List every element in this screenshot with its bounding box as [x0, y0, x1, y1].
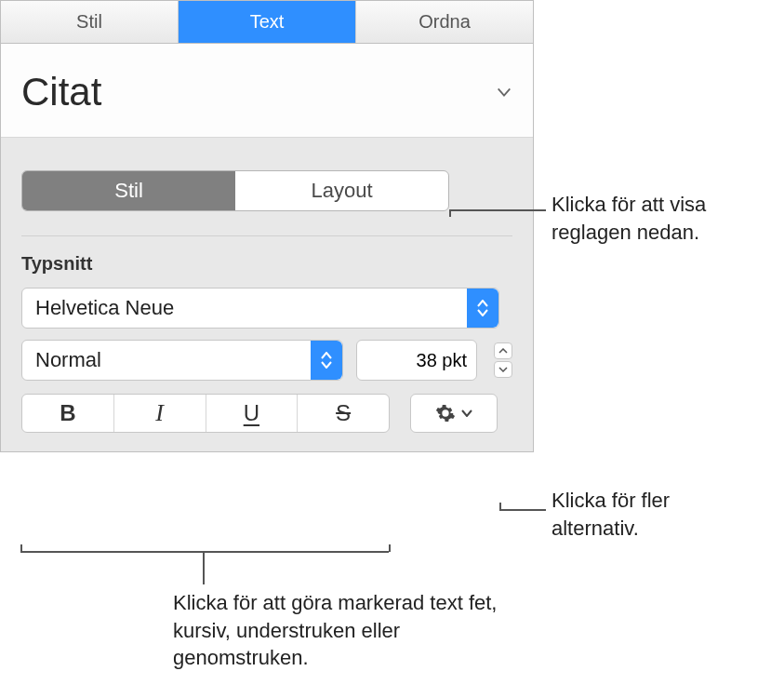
tab-ordna[interactable]: Ordna — [356, 1, 533, 43]
callout-bracket-right — [389, 544, 391, 552]
bold-button[interactable]: B — [22, 395, 114, 432]
callout-gear: Klicka för fler alternativ. — [551, 487, 756, 542]
more-options-button[interactable] — [410, 394, 498, 433]
callout-line — [449, 209, 546, 211]
style-layout-segment: Stil Layout — [21, 170, 449, 211]
callout-styles: Klicka för att göra markerad text fet, k… — [173, 589, 498, 672]
underline-button[interactable]: U — [206, 395, 299, 432]
segment-stil[interactable]: Stil — [22, 171, 235, 210]
font-size-value: 38 pkt — [417, 350, 467, 371]
gear-icon — [435, 403, 456, 423]
inspector-tabs: Stil Text Ordna — [1, 1, 533, 44]
style-buttons-row: B I U S — [21, 394, 512, 433]
paragraph-style-name: Citat — [21, 70, 101, 114]
segment-layout[interactable]: Layout — [235, 171, 448, 210]
font-size-stepper — [494, 342, 512, 378]
italic-button[interactable]: I — [114, 395, 206, 432]
chevron-down-icon — [461, 409, 472, 417]
chevron-down-icon — [496, 84, 512, 101]
paragraph-style-popup[interactable]: Citat — [1, 44, 533, 138]
format-inspector-panel: Stil Text Ordna Citat Stil Layout Typsni… — [0, 0, 534, 452]
callout-line — [499, 509, 546, 511]
strike-button[interactable]: S — [298, 395, 389, 432]
text-style-group: B I U S — [21, 394, 390, 433]
callout-bracket-h — [20, 551, 389, 553]
stepper-down[interactable] — [494, 361, 512, 378]
stepper-up[interactable] — [494, 342, 512, 359]
font-weight-value: Normal — [35, 348, 101, 372]
font-family-value: Helvetica Neue — [35, 296, 174, 320]
font-family-select[interactable]: Helvetica Neue — [21, 288, 499, 329]
font-section-label: Typsnitt — [21, 253, 512, 275]
divider — [21, 235, 512, 236]
tab-stil[interactable]: Stil — [1, 1, 179, 43]
callout-tick — [449, 209, 451, 217]
updown-icon — [311, 341, 342, 380]
text-inspector-content: Stil Layout Typsnitt Helvetica Neue Norm… — [1, 138, 533, 451]
font-size-field[interactable]: 38 pkt — [356, 340, 477, 381]
updown-icon — [467, 289, 498, 328]
font-weight-size-row: Normal 38 pkt — [21, 340, 512, 381]
callout-segment: Klicka för att visa reglagen nedan. — [551, 191, 765, 246]
callout-tick — [499, 503, 501, 510]
callout-bracket-left — [20, 544, 22, 552]
font-weight-select[interactable]: Normal — [21, 340, 343, 381]
callout-bracket-stem — [203, 551, 205, 584]
tab-text[interactable]: Text — [179, 1, 356, 43]
